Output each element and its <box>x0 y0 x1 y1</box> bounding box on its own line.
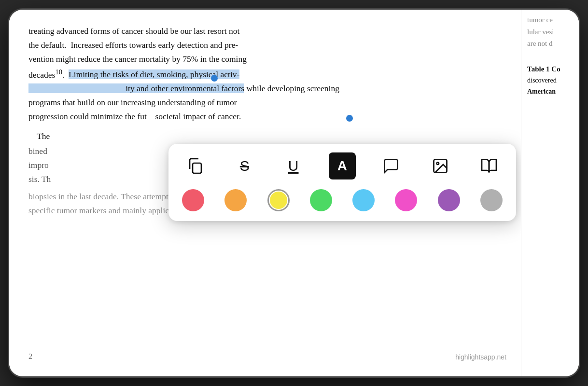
side-text-3: are not d <box>527 38 573 49</box>
toolbar-colors-row <box>182 189 503 211</box>
side-column: tumor ce lular vesi are not d Table 1 Co… <box>521 10 579 376</box>
book-button[interactable] <box>476 152 503 179</box>
main-content: treating advanced forms of cancer should… <box>9 10 521 376</box>
color-yellow[interactable] <box>267 189 290 211</box>
underline-icon: U <box>288 154 299 178</box>
strikethrough-icon: S <box>240 154 249 178</box>
color-gray[interactable] <box>480 189 503 211</box>
image-icon <box>432 157 449 175</box>
svg-rect-0 <box>193 163 201 173</box>
color-pink[interactable] <box>395 189 417 211</box>
strikethrough-button[interactable]: S <box>231 152 258 179</box>
text-paragraph-1: treating advanced forms of cancer should… <box>28 24 502 124</box>
underline-button[interactable]: U <box>280 152 307 179</box>
selection-handle-start[interactable] <box>211 75 218 82</box>
color-cyan[interactable] <box>352 189 375 211</box>
book-icon <box>480 157 498 175</box>
color-purple[interactable] <box>438 189 460 211</box>
document-area: treating advanced forms of cancer should… <box>9 10 579 376</box>
tablet-frame: treating advanced forms of cancer should… <box>9 10 579 376</box>
comment-icon <box>382 157 400 175</box>
color-red[interactable] <box>182 189 204 211</box>
side-table-label: Table 1 Co <box>527 64 573 75</box>
watermark: highlightsapp.net <box>455 352 506 363</box>
copy-button[interactable] <box>182 152 209 179</box>
tablet-screen: treating advanced forms of cancer should… <box>9 10 579 376</box>
toolbar-icons-row: S U A <box>182 152 503 179</box>
copy-icon <box>187 157 204 175</box>
color-green[interactable] <box>310 189 332 211</box>
image-button[interactable] <box>427 152 454 179</box>
selection-handle-end[interactable] <box>346 115 353 122</box>
svg-point-5 <box>436 163 439 165</box>
comment-button[interactable] <box>378 152 405 179</box>
side-text-2: lular vesi <box>527 27 573 38</box>
font-icon: A <box>337 155 347 177</box>
side-table-discovered: discovered <box>527 75 573 85</box>
color-orange[interactable] <box>224 189 247 211</box>
side-text-1: tumor ce <box>527 14 573 26</box>
side-table-american: American <box>527 86 573 96</box>
font-button[interactable]: A <box>329 152 356 179</box>
text-paragraph-2: Thebined <box>28 129 502 143</box>
page-number: 2 <box>28 350 32 363</box>
toolbar-popup: S U A <box>168 144 516 221</box>
